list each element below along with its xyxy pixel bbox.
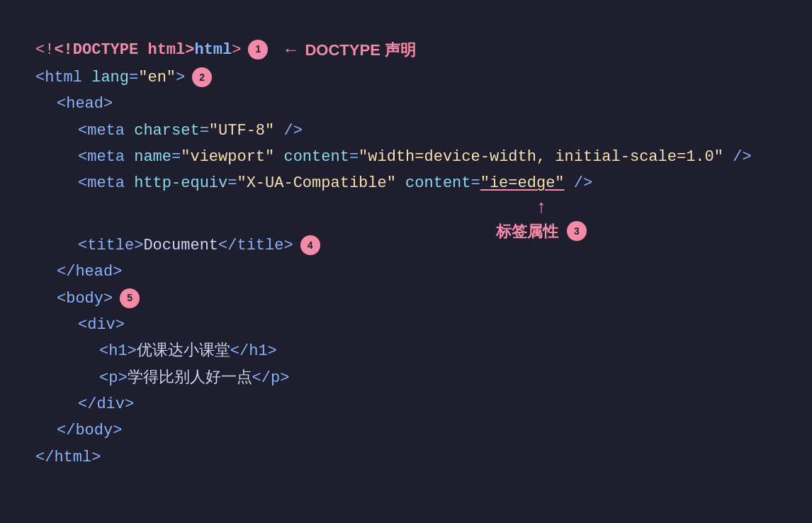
- line-1: <!<!DOCTYPE html>html> 1 ← DOCTYPE 声明: [35, 35, 777, 64]
- badge-2: 2: [192, 67, 212, 87]
- badge-5: 5: [120, 288, 140, 308]
- equals: =: [129, 64, 138, 91]
- doctype-html: html: [194, 37, 232, 63]
- name-val: "viewport": [181, 144, 274, 170]
- code-block: <!<!DOCTYPE html>html> 1 ← DOCTYPE 声明 <h…: [35, 35, 777, 471]
- content-attr2: content: [405, 170, 470, 196]
- eq1: =: [200, 118, 209, 144]
- line-7: <title>Document</title> 4: [35, 232, 777, 259]
- div-open-tag: <div>: [78, 312, 125, 338]
- body-close-tag: </body>: [57, 417, 122, 444]
- eq3: =: [349, 144, 359, 170]
- head-open-tag: <head>: [57, 91, 113, 117]
- p-close-tag: </p>: [252, 365, 290, 391]
- div-close-tag: </div>: [78, 391, 134, 417]
- h1-close-tag: </h1>: [230, 338, 277, 364]
- doctype-keyword: <!DOCTYPE html>: [54, 37, 194, 63]
- eq2: =: [171, 144, 181, 170]
- lang-attr: lang: [91, 64, 129, 91]
- badge-4: 4: [300, 235, 320, 255]
- line-13: </div>: [35, 391, 777, 417]
- line-15: </html>: [35, 444, 777, 471]
- html-close-tag: </html>: [35, 444, 101, 471]
- space2: [396, 170, 405, 196]
- content-val: "width=device-width, initial-scale=1.0": [359, 144, 723, 170]
- title-text: Document: [143, 232, 218, 259]
- name-attr: name: [134, 144, 171, 170]
- ie-edge-val: "ie=edge": [480, 170, 565, 196]
- line-5: <meta name="viewport" content="width=dev…: [35, 144, 777, 170]
- line-10: <div>: [35, 312, 777, 338]
- eq5: =: [471, 170, 480, 196]
- badge-1: 1: [248, 40, 268, 60]
- h1-open-tag: <h1>: [99, 338, 137, 364]
- head-close-tag: </head>: [57, 259, 122, 285]
- line-11: <h1>优课达小课堂</h1>: [35, 338, 777, 364]
- http-equiv-val: "X-UA-Compatible": [237, 170, 395, 196]
- lang-val: "en": [138, 64, 176, 91]
- arrow-right-icon: ←: [282, 35, 299, 64]
- h1-text: 优课达小课堂: [137, 338, 230, 364]
- content-attr: content: [283, 144, 349, 170]
- line-8: </head>: [35, 259, 777, 285]
- body-open-tag: <body>: [57, 286, 113, 312]
- html-open-tag: <html: [35, 64, 91, 91]
- up-arrow-icon: ↑: [537, 197, 546, 215]
- content-attr-kw: [274, 144, 283, 170]
- meta-self-close3: />: [565, 170, 593, 196]
- title-close-tag: </title>: [218, 232, 293, 259]
- charset-val: "UTF-8": [209, 118, 274, 144]
- line-2: <html lang="en"> 2: [35, 64, 777, 91]
- p-text: 学得比别人好一点: [128, 365, 252, 391]
- http-equiv-attr: http-equiv: [134, 170, 227, 196]
- meta-equiv-tag: <meta: [78, 170, 134, 196]
- eq4: =: [227, 170, 237, 196]
- meta-charset-tag: <meta: [78, 118, 134, 144]
- meta-self-close1: />: [274, 118, 303, 144]
- line-14: </body>: [35, 417, 777, 444]
- line-4: <meta charset="UTF-8" />: [35, 118, 777, 144]
- doctype-close: >: [232, 37, 241, 63]
- line-12: <p>学得比别人好一点</p>: [35, 365, 777, 391]
- meta-self-close2: />: [723, 144, 752, 170]
- doctype-exclaim: <!: [35, 37, 54, 63]
- doctype-annotation: ← DOCTYPE 声明: [276, 35, 415, 64]
- line-3: <head>: [35, 91, 777, 117]
- title-open-tag: <title>: [78, 232, 143, 259]
- line-6: <meta http-equiv="X-UA-Compatible" conte…: [35, 170, 777, 196]
- meta-viewport-tag: <meta: [78, 144, 134, 170]
- p-open-tag: <p>: [99, 365, 128, 391]
- html-close-bracket: >: [176, 64, 185, 91]
- line-9: <body> 5: [35, 286, 777, 312]
- doctype-annotation-text: DOCTYPE 声明: [305, 37, 415, 63]
- charset-attr: charset: [134, 118, 199, 144]
